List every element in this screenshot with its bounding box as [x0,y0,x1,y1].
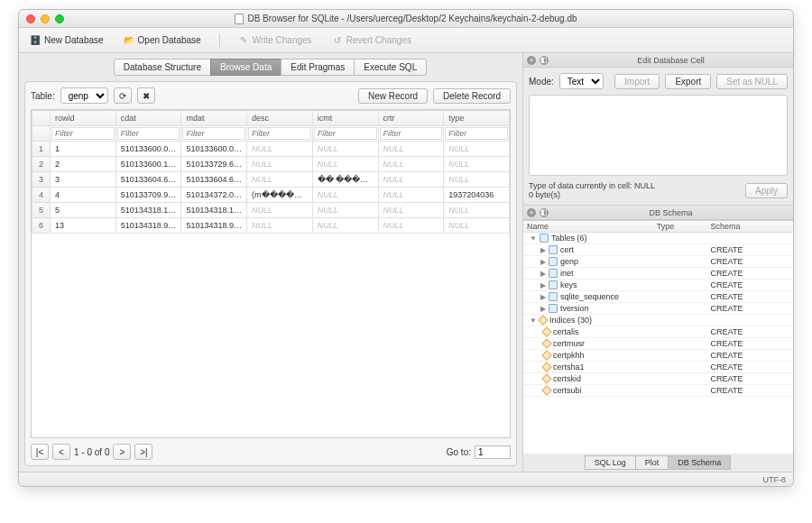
table-row[interactable]: 33510133604.63…510133604.63…NULL�� �����… [32,172,510,188]
cell-idx[interactable]: 3 [32,172,51,188]
cell-cdat[interactable]: 510133600.06… [115,142,181,157]
tab-execute-sql[interactable]: Execute SQL [354,59,427,76]
schema-row[interactable]: certalisCREATE [523,326,793,338]
tab-edit-pragmas[interactable]: Edit Pragmas [281,59,355,76]
cell-type[interactable]: 1937204036 [444,188,510,203]
close-icon[interactable]: × [527,208,536,217]
filter-rowid[interactable] [51,127,115,140]
cell-crtr[interactable]: NULL [378,188,444,203]
export-button[interactable]: Export [665,74,711,89]
cell-rowid[interactable]: 1 [51,142,116,157]
cell-cdat[interactable]: 510133604.63… [115,172,181,188]
schema-row[interactable]: ▶tversionCREATE [523,303,793,315]
apply-button[interactable]: Apply [745,183,788,198]
cell-mdat[interactable]: 510134318.14… [181,203,247,218]
schema-row[interactable]: ▼Tables (6) [523,233,793,244]
cell-mdat[interactable]: 510133729.60… [181,157,247,172]
cell-crtr[interactable]: NULL [378,218,444,234]
cell-idx[interactable]: 4 [32,188,51,203]
table-row[interactable]: 55510134318.14…510134318.14…NULLNULLNULL… [32,203,510,218]
cell-cdat[interactable]: 510134318.14… [115,203,181,218]
schema-row[interactable]: certsubiCREATE [523,385,793,397]
col-desc[interactable]: desc [247,111,313,126]
pager-next[interactable]: > [113,444,131,460]
cell-mdat[interactable]: 510133604.63… [181,172,247,188]
cell-crtr[interactable]: NULL [378,203,444,218]
cell-idx[interactable]: 5 [32,203,51,218]
schema-row[interactable]: certmusrCREATE [523,338,793,350]
cell-rowid[interactable]: 2 [51,157,116,172]
cell-desc[interactable]: NULL [247,142,313,157]
cell-mdat[interactable]: 510133600.06… [181,142,247,157]
filter-type[interactable] [445,127,508,140]
schema-col-name[interactable]: Name [523,221,653,233]
disclosure-icon[interactable]: ▶ [540,305,546,313]
cell-cdat[interactable]: 510134318.95… [115,218,181,234]
schema-row[interactable]: certpkhhCREATE [523,350,793,362]
cell-icmt[interactable]: NULL [312,203,378,218]
schema-row[interactable]: ▼Indices (30) [523,315,793,326]
disclosure-icon[interactable]: ▶ [540,281,546,289]
pager-first[interactable]: |< [31,444,49,460]
schema-col-type[interactable]: Type [653,221,707,233]
col-crtr[interactable]: crtr [378,111,444,126]
cell-mdat[interactable]: 510134318.95… [181,218,247,234]
cell-desc[interactable]: (m����� �… [247,188,313,203]
detach-icon[interactable]: ◧ [540,208,549,217]
goto-input[interactable] [475,445,511,459]
detach-icon[interactable]: ◧ [540,56,549,65]
cell-cdat[interactable]: 510133600.18… [115,157,181,172]
cell-icmt[interactable]: �� �����z… [312,172,378,188]
schema-row[interactable]: certskidCREATE [523,373,793,385]
open-database-button[interactable]: 📂Open Database [118,33,207,48]
cell-desc[interactable]: NULL [247,203,313,218]
close-icon[interactable]: × [527,56,536,65]
cell-idx[interactable]: 6 [32,218,51,234]
cell-type[interactable]: NULL [444,142,510,157]
cell-type[interactable]: NULL [444,157,510,172]
table-select[interactable]: genp [60,87,108,104]
tab-db-schema[interactable]: DB Schema [668,455,731,470]
refresh-button[interactable]: ⟳ [114,87,132,104]
cell-desc[interactable]: NULL [247,172,313,188]
cell-icmt[interactable]: NULL [312,157,378,172]
cell-crtr[interactable]: NULL [378,157,444,172]
cell-idx[interactable]: 1 [32,142,51,157]
pager-prev[interactable]: < [52,444,70,460]
disclosure-icon[interactable]: ▶ [540,270,546,278]
cell-type[interactable]: NULL [444,203,510,218]
schema-row[interactable]: certsha1CREATE [523,362,793,373]
schema-col-schema[interactable]: Schema [707,221,793,233]
schema-row[interactable]: ▶genpCREATE [523,256,793,268]
disclosure-icon[interactable]: ▼ [530,317,537,325]
mode-select[interactable]: Text [559,73,604,89]
schema-row[interactable]: ▶keysCREATE [523,280,793,291]
cell-cdat[interactable]: 510133709.96… [115,188,181,203]
col-type[interactable]: type [444,111,510,126]
cell-icmt[interactable]: NULL [312,142,378,157]
col-icmt[interactable]: icmt [312,111,378,126]
table-row[interactable]: 44510133709.96…510134372.06…(m����� �…NU… [32,188,510,203]
tab-plot[interactable]: Plot [635,455,669,470]
cell-icmt[interactable]: NULL [312,218,378,234]
table-row[interactable]: 613510134318.95…510134318.95…NULLNULLNUL… [32,218,510,234]
filter-desc[interactable] [248,127,311,140]
import-button[interactable]: Import [614,74,660,89]
cell-rowid[interactable]: 13 [51,218,116,234]
tab-browse-data[interactable]: Browse Data [210,59,281,76]
cell-desc[interactable]: NULL [247,157,313,172]
schema-row[interactable]: ▶sqlite_sequenceCREATE [523,291,793,303]
col-rowid[interactable]: rowid [51,111,116,126]
cell-desc[interactable]: NULL [247,218,313,234]
col-mdat[interactable]: mdat [181,111,247,126]
cell-rowid[interactable]: 3 [51,172,116,188]
cell-type[interactable]: NULL [444,218,510,234]
schema-row[interactable]: ▶inetCREATE [523,268,793,280]
cell-type[interactable]: NULL [444,172,510,188]
clear-filters-button[interactable]: ✖ [137,87,155,104]
disclosure-icon[interactable]: ▶ [540,258,546,266]
filter-cdat[interactable] [117,127,180,140]
filter-crtr[interactable] [380,127,443,140]
disclosure-icon[interactable]: ▼ [530,234,537,243]
cell-idx[interactable]: 2 [32,157,51,172]
